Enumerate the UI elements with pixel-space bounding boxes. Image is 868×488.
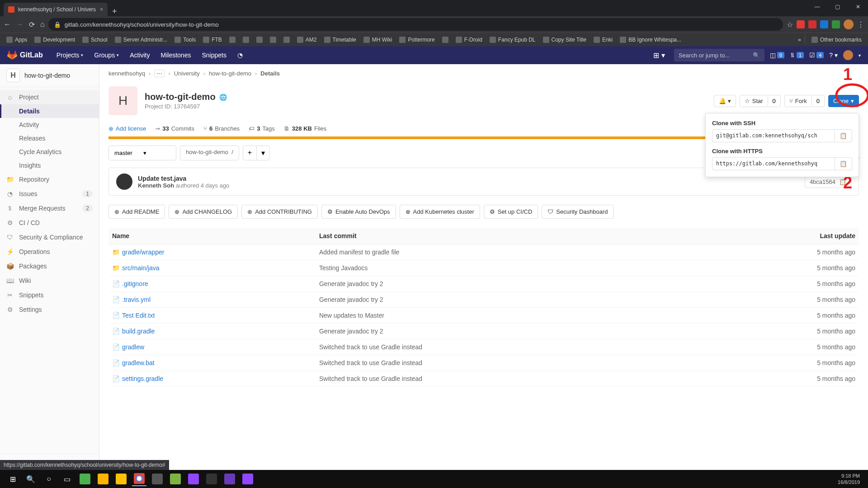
commit-message[interactable]: Generate javadoc try 2 xyxy=(316,276,700,292)
action-set-up-ci-cd[interactable]: ⚙ Set up CI/CD xyxy=(484,205,538,219)
sidebar-item-ci-cd[interactable]: ⚙CI / CD xyxy=(0,216,99,230)
plus-dropdown[interactable]: ⊞ ▾ xyxy=(650,49,668,61)
taskbar-app[interactable] xyxy=(186,472,201,486)
nav-snippets[interactable]: Snippets xyxy=(197,49,231,61)
taskbar-app[interactable] xyxy=(96,472,110,486)
user-dropdown[interactable]: ▾ xyxy=(859,53,861,58)
action-security-dashboard[interactable]: 🛡 Security Dashboard xyxy=(542,205,613,219)
action-add-contributing[interactable]: ⊕ Add CONTRIBUTING xyxy=(241,205,318,219)
commit-message[interactable]: Generate javadoc try 2 xyxy=(316,324,700,339)
search-input[interactable]: Search or jump to... 🔍 xyxy=(674,49,764,61)
taskbar-app[interactable] xyxy=(204,472,219,486)
reload-button[interactable]: ⟳ xyxy=(29,20,35,29)
sidebar-item-security-compliance[interactable]: 🛡Security & Compliance xyxy=(0,230,99,244)
start-button[interactable]: ⊞ xyxy=(5,472,20,486)
breadcrumb-item[interactable]: ⋯ xyxy=(154,70,165,77)
search-button[interactable]: 🔍 xyxy=(24,472,38,486)
bookmark-item[interactable]: School xyxy=(80,36,110,44)
taskbar-app[interactable] xyxy=(168,472,183,486)
menu-icon[interactable]: ⋮ xyxy=(857,20,864,29)
action-enable-auto-devops[interactable]: ⚙ Enable Auto DevOps xyxy=(321,205,396,219)
clone-https-input[interactable] xyxy=(712,157,835,170)
bookmark-item[interactable]: Server Administr... xyxy=(112,36,170,44)
commits-stat[interactable]: ⊸ 33 Commits xyxy=(155,125,194,132)
breadcrumb-item[interactable]: how-to-git-demo xyxy=(209,70,251,77)
sidebar-item-issues[interactable]: ◔Issues1 xyxy=(0,187,99,201)
taskbar-app[interactable] xyxy=(150,472,165,486)
nav-milestones[interactable]: Milestones xyxy=(156,49,196,61)
file-link[interactable]: 📄gradlew.bat xyxy=(112,359,312,366)
sidebar-sub-details[interactable]: Details xyxy=(0,104,99,118)
bookmark-item[interactable]: AM2 xyxy=(294,36,320,44)
commit-message[interactable]: Testing Javadocs xyxy=(316,260,700,276)
ext-icon[interactable] xyxy=(820,20,828,28)
commit-title[interactable]: Update test.java xyxy=(138,175,799,182)
copy-ssh-button[interactable]: 📋 xyxy=(835,129,852,142)
clone-button[interactable]: Clone ▾ xyxy=(828,95,859,107)
file-link[interactable]: 📁src/main/java xyxy=(112,264,312,272)
sidebar-sub-releases[interactable]: Releases xyxy=(0,131,99,145)
maximize-button[interactable]: ▢ xyxy=(827,0,848,14)
sidebar-item-repository[interactable]: 📁Repository xyxy=(0,172,99,187)
notification-dropdown[interactable]: 🔔 ▾ xyxy=(714,95,736,107)
star-button[interactable]: ☆ Star xyxy=(740,95,768,107)
bookmark-item[interactable]: Enki xyxy=(591,36,615,44)
bookmark-item[interactable]: BB Ignore Whitespa... xyxy=(617,36,684,44)
branch-selector[interactable]: master▾ xyxy=(108,145,176,160)
mr-link[interactable]: ⥮1 xyxy=(790,52,804,59)
bookmark-item[interactable] xyxy=(267,36,279,44)
star-icon[interactable]: ☆ xyxy=(787,20,793,29)
file-link[interactable]: 📄Test Edit.txt xyxy=(112,312,312,319)
taskbar-app[interactable] xyxy=(222,472,237,486)
gitlab-logo[interactable]: GitLab xyxy=(7,50,43,60)
path-breadcrumb[interactable]: how-to-git-demo / xyxy=(180,145,239,160)
issues-link[interactable]: ◫8 xyxy=(770,52,784,59)
taskbar-app[interactable] xyxy=(114,472,128,486)
bookmark-item[interactable]: Pottermore xyxy=(396,36,437,44)
create-new-dropdown[interactable]: +▾ xyxy=(243,145,270,160)
address-bar[interactable]: 🔒 gitlab.com/kennethsohyq/school/univers… xyxy=(48,18,783,31)
bookmark-item[interactable] xyxy=(281,36,292,44)
tags-stat[interactable]: 🏷 3 Tags xyxy=(249,125,275,132)
breadcrumb-item[interactable]: kennethsohyq xyxy=(108,70,145,77)
ext-icon[interactable] xyxy=(797,20,805,28)
ext-icon[interactable] xyxy=(832,20,840,28)
file-link[interactable]: 📄.gitignore xyxy=(112,280,312,287)
copy-https-button[interactable]: 📋 xyxy=(835,157,852,170)
minimize-button[interactable]: — xyxy=(807,0,827,14)
taskbar-app[interactable] xyxy=(78,472,92,486)
profile-avatar[interactable] xyxy=(844,19,854,29)
fork-button[interactable]: ⑂ Fork xyxy=(784,95,812,107)
other-bookmarks[interactable]: Other bookmarks xyxy=(809,36,864,44)
todos-link[interactable]: ☑4 xyxy=(809,52,824,59)
close-tab-icon[interactable]: × xyxy=(100,6,103,13)
bookmark-item[interactable]: Timetable xyxy=(321,36,359,44)
bookmark-item[interactable] xyxy=(254,36,265,44)
system-tray[interactable]: 9:18 PM 16/8/2019 xyxy=(838,473,864,486)
commit-message[interactable]: New updates to Master xyxy=(316,308,700,324)
commit-message[interactable]: Switched track to use Gradle instead xyxy=(316,371,700,387)
file-link[interactable]: 📁gradle/wrapper xyxy=(112,249,312,256)
bookmark-item[interactable]: Development xyxy=(32,36,78,44)
bookmark-item[interactable]: Tools xyxy=(172,36,198,44)
sidebar-item-wiki[interactable]: 📖Wiki xyxy=(0,273,99,288)
commit-message[interactable]: Added manifest to gradle file xyxy=(316,244,700,260)
sidebar-item-packages[interactable]: 📦Packages xyxy=(0,259,99,273)
sidebar-item-merge-requests[interactable]: ⥮Merge Requests2 xyxy=(0,201,99,216)
more-bookmarks[interactable]: » xyxy=(798,37,801,43)
file-link[interactable]: 📄gradlew xyxy=(112,343,312,351)
close-window-button[interactable]: ✕ xyxy=(848,0,868,14)
file-link[interactable]: 📄.travis.yml xyxy=(112,296,312,303)
sidebar-item-snippets[interactable]: ✂Snippets xyxy=(0,288,99,302)
commit-message[interactable]: Generate javadoc try 2 xyxy=(316,292,700,308)
commit-message[interactable]: Switched track to use Gradle instead xyxy=(316,339,700,355)
home-button[interactable]: ⌂ xyxy=(40,20,45,28)
bookmark-item[interactable]: FTB xyxy=(200,36,225,44)
action-add-changelog[interactable]: ⊕ Add CHANGELOG xyxy=(169,205,238,219)
bookmark-item[interactable]: MH Wiki xyxy=(361,36,395,44)
commit-sha[interactable]: 4bca1564 📋 xyxy=(805,176,851,188)
help-icon[interactable]: ? ▾ xyxy=(829,52,838,59)
action-add-kubernetes-cluster[interactable]: ⊕ Add Kubernetes cluster xyxy=(400,205,480,219)
bookmark-item[interactable]: F-Droid xyxy=(453,36,485,44)
cortana-button[interactable]: ○ xyxy=(42,472,56,486)
